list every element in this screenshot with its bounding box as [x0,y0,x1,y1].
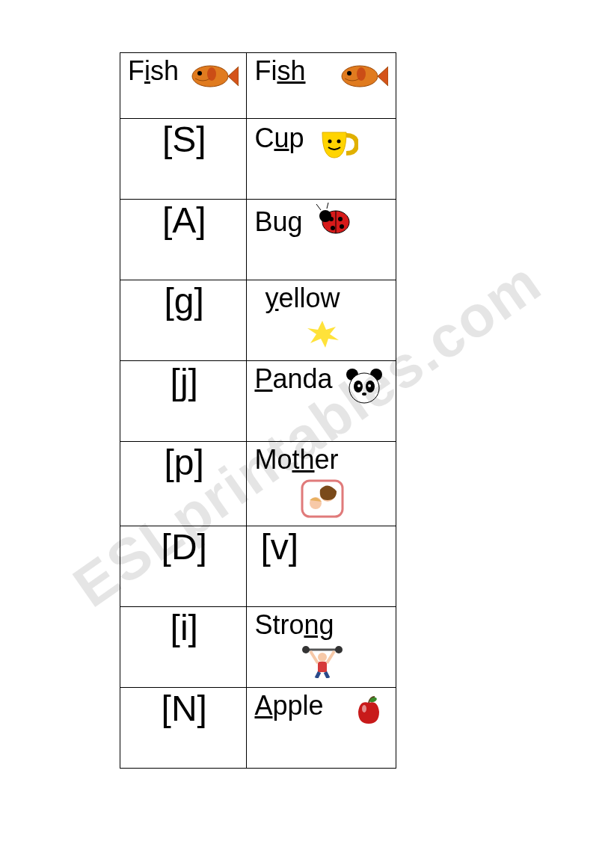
svg-line-17 [316,204,321,210]
mother-icon [254,478,390,523]
table-row: Fish Fish [120,53,396,119]
svg-point-14 [338,217,343,221]
text-pre: Fi [254,55,277,86]
table-row: [j] Panda [120,361,396,442]
table-row: [g] yellow [120,280,396,361]
phonics-table: Fish Fish [120,52,396,769]
cell-right: Fish [247,53,396,119]
svg-point-6 [347,71,351,76]
cell-left: Fish [120,53,247,119]
text-post: sh [150,55,179,86]
svg-line-36 [327,651,334,663]
ladybug-icon [313,203,352,238]
table-row: [p] Mother [120,442,396,526]
cup-icon [316,122,358,167]
panda-icon [343,367,385,409]
svg-point-13 [329,217,334,221]
svg-point-2 [197,71,202,76]
yellow-splash-icon [254,316,390,352]
svg-point-26 [362,393,366,395]
cell-right: Strong [247,606,396,687]
svg-point-32 [335,646,343,653]
table-row: [A] Bug [120,200,396,280]
cell-right: Apple [247,687,396,768]
cell-right: Bug [247,200,396,280]
svg-line-37 [316,672,319,678]
svg-point-15 [331,226,335,230]
cell-left: [A] [120,200,247,280]
fish-icon [186,61,239,95]
table-row: [N] Apple [120,687,396,768]
cell-right: Cup [247,119,396,200]
text-underline: ng [304,609,334,640]
text-pre: Bu [254,206,287,237]
cell-left: [j] [120,361,247,442]
text-pre: Mo [254,444,292,475]
svg-marker-5 [378,67,388,86]
text-underline: P [254,363,272,394]
cell-right: Panda [247,361,396,442]
svg-point-33 [318,653,327,662]
svg-point-25 [368,384,371,387]
text-underline: u [274,123,289,153]
table-row: [S] Cup [120,119,396,200]
cell-left: [i] [120,606,247,687]
cell-right: yellow [247,280,396,361]
svg-line-18 [327,203,328,209]
svg-point-3 [207,67,216,81]
svg-point-40 [362,705,366,712]
cell-left: [p] [120,442,247,526]
text-post: er [315,444,339,475]
text-underline: sh [277,55,305,86]
strong-icon [254,642,390,681]
text-post: anda [272,363,332,394]
svg-point-31 [302,646,310,653]
table-row: [D] [v] [120,526,396,606]
text-pre: C [254,123,274,153]
text-underline: A [254,690,272,721]
cell-left: [g] [120,280,247,361]
cell-left: [N] [120,687,247,768]
svg-marker-1 [228,67,239,86]
text-underline: i [144,55,150,86]
svg-point-7 [357,67,366,81]
text-pre: Stro [254,609,304,640]
svg-line-35 [310,651,318,663]
fish-icon [336,61,388,95]
svg-point-16 [340,224,344,229]
text-pre: F [128,55,144,86]
svg-rect-34 [318,662,327,672]
svg-point-24 [357,384,360,387]
text-post: pple [272,690,323,721]
table-row: [i] Strong [120,606,396,687]
text-post: p [289,123,304,153]
cell-right: [v] [247,526,396,606]
svg-point-21 [349,373,379,403]
text-post: ellow [278,283,340,313]
text-underline: g [288,206,303,237]
text-underline: y [265,283,278,313]
cell-left: [S] [120,119,247,200]
svg-point-8 [328,140,331,144]
svg-point-9 [337,140,340,144]
cell-right: Mother [247,442,396,526]
text-underline: th [292,444,314,475]
cell-left: [D] [120,526,247,606]
svg-line-38 [325,672,328,678]
apple-icon [352,694,385,730]
